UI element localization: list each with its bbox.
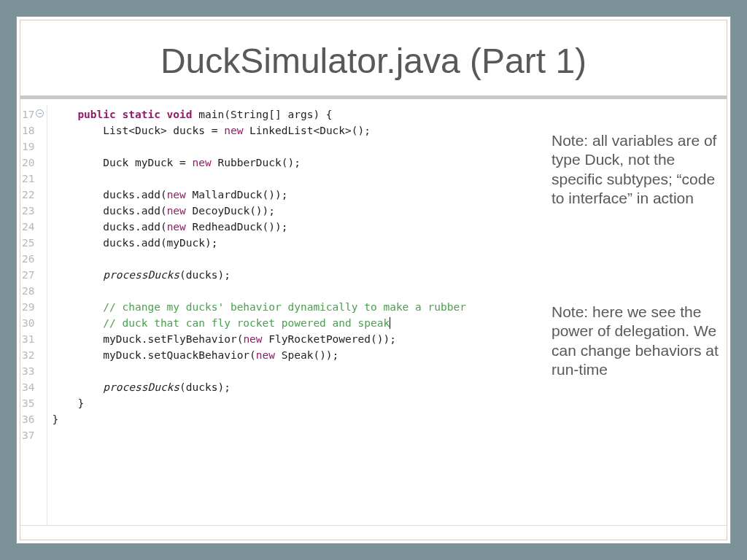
code-line: ducks.add(new MallardDuck());	[52, 187, 543, 203]
code-token: RubberDuck();	[212, 157, 301, 168]
code-token: new	[243, 333, 262, 345]
code-token: List<Duck> ducks =	[103, 125, 224, 136]
line-number: 34	[22, 379, 34, 395]
code-token: processDucks	[103, 269, 179, 281]
code-line: List<Duck> ducks = new LinkedList<Duck>(…	[52, 122, 543, 139]
code-line: processDucks(ducks);	[52, 267, 543, 283]
code-line: myDuck.setQuackBehavior(new Speak());	[52, 347, 543, 363]
line-number: 19	[22, 139, 34, 155]
code-token: RedheadDuck());	[186, 221, 288, 233]
code-token: }	[52, 413, 58, 425]
code-token: Duck myDuck =	[103, 157, 192, 168]
slide-title: DuckSimulator.java (Part 1)	[35, 41, 712, 81]
line-number: 35	[22, 395, 34, 411]
code-token: myDuck.setQuackBehavior(	[103, 349, 256, 361]
code-line	[52, 427, 543, 443]
line-number: 32	[22, 347, 34, 363]
code-line: // change my ducks' behavior dynamically…	[52, 299, 543, 315]
title-area: DuckSimulator.java (Part 1)	[20, 20, 727, 96]
code-token: (ducks);	[179, 381, 231, 393]
code-token: new	[193, 157, 212, 168]
line-number: 31	[22, 331, 34, 347]
note-variables: Note: all variables are of type Duck, no…	[551, 131, 722, 208]
code-token: }	[77, 397, 84, 409]
code-token: LinkedList<Duck>();	[243, 125, 371, 136]
code-line: ducks.add(new RedheadDuck());	[52, 219, 543, 235]
code-line: public static void main(String[] args) {	[52, 106, 543, 122]
code-token: new	[167, 205, 186, 217]
code-token: ducks.add(	[103, 221, 166, 233]
code-line	[52, 139, 543, 155]
code-line	[52, 363, 543, 379]
code-line	[52, 171, 543, 187]
slide-frame: DuckSimulator.java (Part 1) 17−181920212…	[16, 16, 731, 544]
code-token: (ducks);	[179, 269, 231, 281]
code-token: ducks.add(	[103, 205, 166, 217]
code-token: ducks.add(myDuck);	[103, 237, 217, 249]
code-token: // change my ducks' behavior dynamically…	[103, 301, 466, 313]
code-token: main(String[] args) {	[193, 109, 333, 120]
code-line: myDuck.setFlyBehavior(new FlyRocketPower…	[52, 331, 543, 347]
line-number: 33	[22, 363, 34, 379]
line-number: 26	[22, 251, 34, 267]
note-delegation: Note: here we see the power of delegatio…	[551, 303, 722, 379]
footer-divider	[20, 525, 727, 540]
line-number: 21	[22, 171, 34, 187]
code-line: ducks.add(myDuck);	[52, 235, 543, 251]
code-line: // duck that can fly rocket powered and …	[52, 315, 543, 331]
line-number: 23	[22, 203, 34, 219]
code-line: processDucks(ducks);	[52, 379, 543, 395]
code-token: Speak());	[275, 349, 338, 361]
title-divider	[20, 96, 727, 99]
code-token: // duck that can fly rocket powered and …	[103, 317, 390, 329]
code-token: MallardDuck());	[186, 189, 288, 201]
code-token: new	[167, 189, 186, 201]
code-line: }	[52, 411, 543, 427]
code-line: }	[52, 395, 543, 411]
line-number: 17−	[22, 106, 34, 122]
line-number: 28	[22, 283, 34, 299]
gutter-border	[37, 105, 47, 525]
code-line: ducks.add(new DecoyDuck());	[52, 203, 543, 219]
code-token: new	[224, 125, 243, 136]
line-number: 30	[22, 315, 34, 331]
code-token: myDuck.setFlyBehavior(	[103, 333, 243, 345]
line-number-gutter: 17−1819202122232425262728293031323334353…	[20, 105, 37, 525]
line-number: 37	[22, 427, 34, 443]
code-body: public static void main(String[] args) {…	[47, 105, 543, 525]
code-line	[52, 283, 543, 299]
code-token: new	[256, 349, 275, 361]
code-token: processDucks	[103, 381, 179, 393]
code-line: Duck myDuck = new RubberDuck();	[52, 155, 543, 171]
line-number: 22	[22, 187, 34, 203]
line-number: 25	[22, 235, 34, 251]
line-number: 29	[22, 299, 34, 315]
code-token: public static void	[77, 109, 192, 120]
content-row: 17−1819202122232425262728293031323334353…	[20, 105, 727, 525]
code-token: ducks.add(	[103, 189, 166, 201]
line-number: 20	[22, 155, 34, 171]
code-editor: 17−1819202122232425262728293031323334353…	[20, 105, 543, 525]
line-number: 27	[22, 267, 34, 283]
line-number: 18	[22, 122, 34, 139]
slide-inner: DuckSimulator.java (Part 1) 17−181920212…	[20, 20, 727, 540]
code-token: new	[167, 221, 186, 233]
code-token: FlyRocketPowered());	[263, 333, 396, 345]
line-number: 24	[22, 219, 34, 235]
line-number: 36	[22, 411, 34, 427]
code-token: DecoyDuck());	[186, 205, 275, 217]
annotation-column: Note: all variables are of type Duck, no…	[543, 105, 727, 525]
text-caret	[390, 317, 390, 329]
code-line	[52, 251, 543, 267]
